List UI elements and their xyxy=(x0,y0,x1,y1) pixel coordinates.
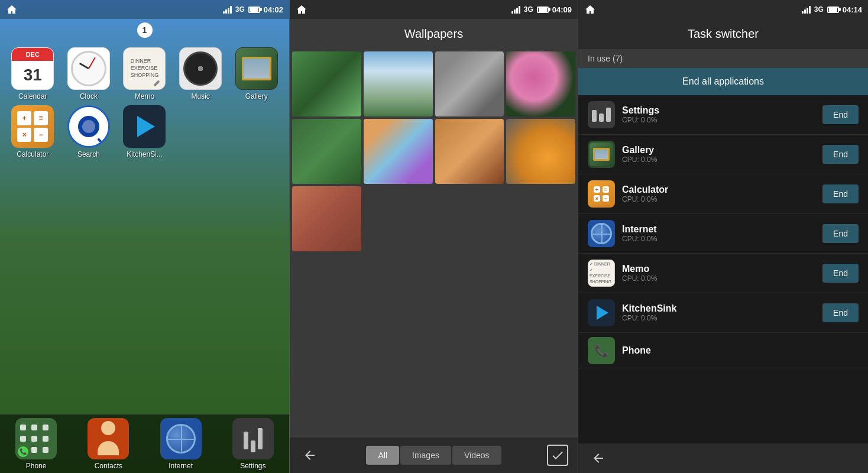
wallpaper-9[interactable] xyxy=(292,186,361,251)
task-name-calculator: Calculator xyxy=(622,184,815,195)
wallpapers-bottom-bar: All Images Videos xyxy=(290,438,578,473)
task-icon-kitchensink xyxy=(588,299,615,326)
end-all-button[interactable]: End all applications xyxy=(578,68,868,95)
wallpaper-2[interactable] xyxy=(364,51,433,116)
network-wallpapers: 3G xyxy=(524,5,533,14)
wallpaper-3[interactable] xyxy=(435,51,504,116)
dock-item-phone[interactable]: 📞 Phone xyxy=(15,418,57,470)
back-button-task[interactable] xyxy=(588,448,609,469)
end-button-settings[interactable]: End xyxy=(822,105,859,124)
tab-images[interactable]: Images xyxy=(400,446,451,465)
task-name-settings: Settings xyxy=(622,105,815,116)
wallpaper-grid xyxy=(290,49,578,254)
task-cpu-kitchensink: CPU: 0.0% xyxy=(622,314,815,322)
tab-videos[interactable]: Videos xyxy=(452,446,501,465)
wallpaper-4[interactable] xyxy=(506,51,575,116)
app-grid: DEC 31 Calendar Clock DINNER EXERCISE xyxy=(0,19,289,166)
home-icon-task xyxy=(584,4,596,15)
in-use-label: In use (7) xyxy=(588,54,623,63)
task-item-memo: ✓ DINNER ✓ EXERCISE SHOPPING Memo CPU: 0… xyxy=(578,254,868,293)
back-arrow-task-icon xyxy=(591,451,605,465)
task-cpu-gallery: CPU: 0.0% xyxy=(622,155,815,164)
memo-task-icon: ✓ DINNER ✓ EXERCISE SHOPPING xyxy=(588,260,614,286)
dock: 📞 Phone Contacts xyxy=(0,414,289,473)
settings-inner-icon xyxy=(232,418,274,459)
app-icon-gallery[interactable]: Gallery xyxy=(231,47,282,101)
battery-task xyxy=(827,7,839,13)
app-label-clock: Clock xyxy=(80,92,98,101)
end-button-calculator[interactable]: End xyxy=(822,184,859,203)
dock-label-internet: Internet xyxy=(169,462,193,470)
network-type: 3G xyxy=(235,5,245,14)
task-info-memo: Memo CPU: 0.0% xyxy=(622,264,815,283)
task-icon-calculator: + = × − xyxy=(588,180,615,208)
back-button-wallpapers[interactable] xyxy=(299,445,320,466)
wallpaper-6[interactable] xyxy=(364,119,433,184)
calc-inner-icon: + = × − xyxy=(11,105,54,148)
signal-icon-task xyxy=(802,6,811,14)
task-info-kitchensink: KitchenSink CPU: 0.0% xyxy=(622,303,815,322)
search-inner-icon xyxy=(69,107,108,146)
app-icon-kitchensink[interactable]: KitchenSi... xyxy=(119,105,170,158)
battery-icon xyxy=(248,7,260,13)
end-button-gallery[interactable]: End xyxy=(822,145,859,164)
time-task: 04:14 xyxy=(843,5,862,14)
play-task-icon xyxy=(597,306,608,320)
pencil-icon xyxy=(154,80,160,86)
dock-item-settings[interactable]: Settings xyxy=(232,418,274,470)
wallpaper-1[interactable] xyxy=(292,51,361,116)
end-button-internet[interactable]: End xyxy=(822,224,859,243)
music-record-icon xyxy=(183,51,218,86)
calc-times-task: × xyxy=(594,195,600,202)
app-label-calendar: Calendar xyxy=(18,92,47,101)
calc-minus-task: − xyxy=(603,195,609,202)
tab-all[interactable]: All xyxy=(366,446,399,465)
app-icon-calendar[interactable]: DEC 31 Calendar xyxy=(7,47,59,101)
gallery-frame-icon xyxy=(242,57,271,80)
task-icon-settings xyxy=(588,101,615,128)
phone-call-icon: 📞 xyxy=(18,446,28,457)
app-icon-memo[interactable]: DINNER EXERCISE SHOPPING Memo xyxy=(119,47,170,101)
select-check-button[interactable] xyxy=(547,445,568,466)
wallpaper-5[interactable] xyxy=(292,119,361,184)
task-icon-gallery xyxy=(588,141,615,168)
status-bar-task: 3G 04:14 xyxy=(578,0,868,19)
end-button-memo[interactable]: End xyxy=(822,264,859,283)
home-icon xyxy=(6,4,18,15)
task-info-gallery: Gallery CPU: 0.0% xyxy=(622,145,815,164)
dock-item-internet[interactable]: Internet xyxy=(160,418,202,470)
calc-plus-task: + xyxy=(594,186,600,193)
app-label-gallery: Gallery xyxy=(245,92,268,101)
app-icon-search[interactable]: Search xyxy=(63,105,115,158)
task-item-settings: Settings CPU: 0.0% End xyxy=(578,95,868,135)
task-info-phone: Phone xyxy=(622,345,859,356)
task-name-phone: Phone xyxy=(622,345,859,356)
task-switcher-screen: 3G 04:14 Task switcher In use (7) End al… xyxy=(578,0,868,473)
gallery-inner-icon xyxy=(236,48,277,89)
app-icon-calculator[interactable]: + = × − Calculator xyxy=(7,105,59,158)
end-button-kitchensink[interactable]: End xyxy=(822,303,859,322)
wallpaper-7[interactable] xyxy=(435,119,504,184)
task-icon-phone: 📞 xyxy=(588,337,615,364)
in-use-bar: In use (7) xyxy=(578,49,868,68)
app-label-kitchensink: KitchenSi... xyxy=(127,150,163,158)
dock-item-contacts[interactable]: Contacts xyxy=(88,418,129,470)
task-item-internet: Internet CPU: 0.0% End xyxy=(578,214,868,254)
home-screen: 3G 04:02 1 DEC 31 Calendar xyxy=(0,0,289,473)
task-cpu-calculator: CPU: 0.0% xyxy=(622,195,815,203)
internet-inner-icon xyxy=(160,418,202,459)
task-name-gallery: Gallery xyxy=(622,145,815,155)
settings-task-icon xyxy=(592,108,611,122)
app-label-search: Search xyxy=(77,150,100,158)
task-name-kitchensink: KitchenSink xyxy=(622,303,815,314)
dock-label-settings: Settings xyxy=(240,462,265,470)
app-icon-music[interactable]: Music xyxy=(175,47,226,101)
clock-hour-hand xyxy=(79,63,89,70)
task-cpu-internet: CPU: 0.0% xyxy=(622,235,815,243)
app-label-calculator: Calculator xyxy=(17,150,48,158)
app-icon-clock[interactable]: Clock xyxy=(63,47,115,101)
clock-face xyxy=(71,51,106,86)
wallpapers-screen: 3G 04:09 Wallpapers All Images Videos xyxy=(289,0,578,473)
notification-badge: 1 xyxy=(137,22,153,38)
wallpaper-8[interactable] xyxy=(506,119,575,184)
